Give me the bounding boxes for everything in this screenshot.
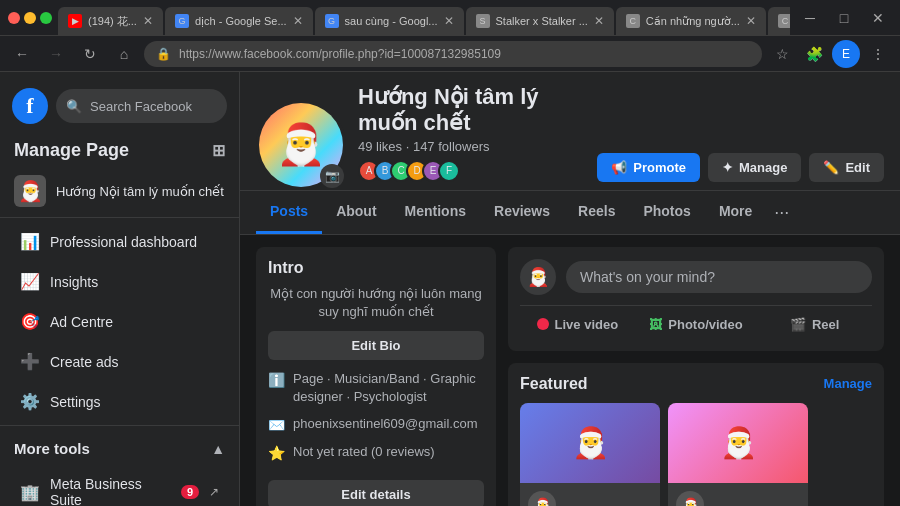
fb-header: f 🔍 Search Facebook	[0, 80, 239, 132]
featured-card-body: 🎅 Hướng Nội tâm lý muốn chết 11 December…	[520, 483, 660, 506]
sidebar-item-label: Professional dashboard	[50, 234, 197, 250]
back-btn[interactable]: ←	[8, 40, 36, 68]
intro-category-text: Page · Musician/Band · Graphic designer …	[293, 370, 484, 406]
tab-reviews[interactable]: Reviews	[480, 191, 564, 234]
featured-title: Featured	[520, 375, 588, 393]
change-photo-btn[interactable]: 📷	[320, 164, 344, 188]
reel-btn[interactable]: 🎬 Reel	[757, 310, 872, 339]
ad-centre-icon: 🎯	[20, 312, 40, 331]
tab-google1[interactable]: G dịch - Google Se... ✕	[165, 7, 313, 35]
tab-close-btn[interactable]: ✕	[143, 14, 153, 28]
browser-actions: ☆ 🧩 E ⋮	[768, 40, 892, 68]
manage-page-header: Manage Page ⊞	[0, 132, 239, 169]
profile-stats: 49 likes · 147 followers	[358, 139, 585, 154]
featured-card-avatar: 🎅	[528, 491, 556, 506]
sidebar-item-settings[interactable]: ⚙️ Settings	[6, 382, 233, 421]
profile-nav: Posts About Mentions Reviews Reels Photo…	[240, 190, 900, 234]
address-row: ← → ↻ ⌂ 🔒 https://www.facebook.com/profi…	[0, 36, 900, 72]
reload-btn[interactable]: ↻	[76, 40, 104, 68]
menu-btn[interactable]: ⋮	[864, 40, 892, 68]
extensions-btn[interactable]: 🧩	[800, 40, 828, 68]
featured-card[interactable]: 🎅 🎅 Hướng Nội tâm... 7 December 202... Y…	[668, 403, 808, 506]
fb-logo[interactable]: f	[12, 88, 48, 124]
sidebar-item-professional-dashboard[interactable]: 📊 Professional dashboard	[6, 222, 233, 261]
browser-chrome: ▶ (194) 花... ✕ G dịch - Google Se... ✕ G…	[0, 0, 900, 36]
minimize-btn[interactable]: ─	[796, 4, 824, 32]
featured-section: Featured Manage 🎅 🎅 Hướng Nội tâm lý muố…	[508, 363, 884, 506]
featured-manage-btn[interactable]: Manage	[824, 376, 872, 391]
sidebar-item-create-ads[interactable]: ➕ Create ads	[6, 342, 233, 381]
tab-cap[interactable]: C Cắp lại mật khẩ... ✕	[768, 7, 790, 35]
live-video-btn[interactable]: Live video	[520, 310, 635, 339]
more-tools-label: More tools	[14, 440, 90, 457]
intro-title: Intro	[268, 259, 484, 277]
tab-mentions[interactable]: Mentions	[391, 191, 480, 234]
account-btn[interactable]: E	[832, 40, 860, 68]
nav-more-options-btn[interactable]: ···	[766, 194, 797, 231]
more-tools-header[interactable]: More tools ▲	[0, 430, 239, 467]
tab-youtube[interactable]: ▶ (194) 花... ✕	[58, 7, 163, 35]
tab-posts[interactable]: Posts	[256, 191, 322, 234]
edit-button[interactable]: ✏️ Edit	[809, 153, 884, 182]
left-column: Intro Một con người hướng nội luôn mang …	[256, 247, 496, 506]
tab-can[interactable]: C Cần những ngườ... ✕	[616, 7, 766, 35]
search-box[interactable]: 🔍 Search Facebook	[56, 89, 227, 123]
address-bar[interactable]: 🔒 https://www.facebook.com/profile.php?i…	[144, 41, 762, 67]
tab-about[interactable]: About	[322, 191, 390, 234]
tab-more[interactable]: More	[705, 191, 766, 234]
tab-close-btn[interactable]: ✕	[293, 14, 303, 28]
sidebar-item-label: Ad Centre	[50, 314, 113, 330]
tab-title: sau cùng - Googl...	[345, 15, 438, 27]
external-link-icon: ↗	[209, 485, 219, 499]
tab-favicon: C	[778, 14, 790, 28]
post-box-avatar: 🎅	[520, 259, 556, 295]
intro-detail-category: ℹ️ Page · Musician/Band · Graphic design…	[268, 370, 484, 406]
search-icon: 🔍	[66, 99, 82, 114]
facebook-container: f 🔍 Search Facebook Manage Page ⊞ 🎅 Hướn…	[0, 72, 900, 506]
sidebar-item-insights[interactable]: 📈 Insights	[6, 262, 233, 301]
tab-title: Stalker x Stalker ...	[496, 15, 588, 27]
manage-icon: ✦	[722, 160, 733, 175]
tab-reels[interactable]: Reels	[564, 191, 629, 234]
maximize-btn[interactable]: □	[830, 4, 858, 32]
edit-bio-button[interactable]: Edit Bio	[268, 331, 484, 360]
tab-title: Cần những ngườ...	[646, 15, 740, 28]
intro-detail-rating: ⭐ Not yet rated (0 reviews)	[268, 443, 484, 464]
tab-favicon: S	[476, 14, 490, 28]
star-btn[interactable]: ☆	[768, 40, 796, 68]
sidebar-item-meta-suite[interactable]: 🏢 Meta Business Suite 9 ↗	[6, 468, 233, 506]
address-text: https://www.facebook.com/profile.php?id=…	[179, 47, 501, 61]
tab-close-btn[interactable]: ✕	[444, 14, 454, 28]
home-btn[interactable]: ⌂	[110, 40, 138, 68]
page-item[interactable]: 🎅 Hướng Nội tâm lý muốn chết	[0, 169, 239, 213]
tab-close-btn[interactable]: ✕	[594, 14, 604, 28]
search-placeholder-text: Search Facebook	[90, 99, 192, 114]
manage-button[interactable]: ✦ Manage	[708, 153, 801, 182]
dashboard-icon: 📊	[20, 232, 40, 251]
featured-card[interactable]: 🎅 🎅 Hướng Nội tâm lý muốn chết 11 Decemb…	[520, 403, 660, 506]
create-ads-icon: ➕	[20, 352, 40, 371]
profile-header: 🎅 📷 Hướng Nội tâm lý muốn chết 49 likes …	[240, 72, 900, 235]
tab-close-btn[interactable]: ✕	[746, 14, 756, 28]
follower-avatar: F	[438, 160, 460, 182]
live-video-label: Live video	[555, 317, 619, 332]
tab-photos[interactable]: Photos	[629, 191, 704, 234]
live-icon	[537, 318, 549, 330]
featured-cards: 🎅 🎅 Hướng Nội tâm lý muốn chết 11 Decemb…	[520, 403, 872, 506]
photo-video-btn[interactable]: 🖼 Photo/video	[639, 310, 754, 339]
tab-google2[interactable]: G sau cùng - Googl... ✕	[315, 7, 464, 35]
intro-description: Một con người hướng nội luôn mang suy ng…	[268, 285, 484, 321]
photo-video-label: Photo/video	[668, 317, 742, 332]
page-avatar: 🎅	[14, 175, 46, 207]
post-input[interactable]: What's on your mind?	[566, 261, 872, 293]
profile-actions: 📢 Promote ✦ Manage ✏️ Edit	[597, 153, 884, 190]
tab-stalker[interactable]: S Stalker x Stalker ... ✕	[466, 7, 614, 35]
close-btn[interactable]: ✕	[864, 4, 892, 32]
followers-avatars: A B C D E F	[358, 160, 585, 182]
promote-button[interactable]: 📢 Promote	[597, 153, 700, 182]
featured-card-body: 🎅 Hướng Nội tâm... 7 December 202... Yea…	[668, 483, 808, 506]
forward-btn[interactable]: →	[42, 40, 70, 68]
sidebar-item-ad-centre[interactable]: 🎯 Ad Centre	[6, 302, 233, 341]
info-icon: ℹ️	[268, 371, 285, 391]
edit-details-button[interactable]: Edit details	[268, 480, 484, 506]
